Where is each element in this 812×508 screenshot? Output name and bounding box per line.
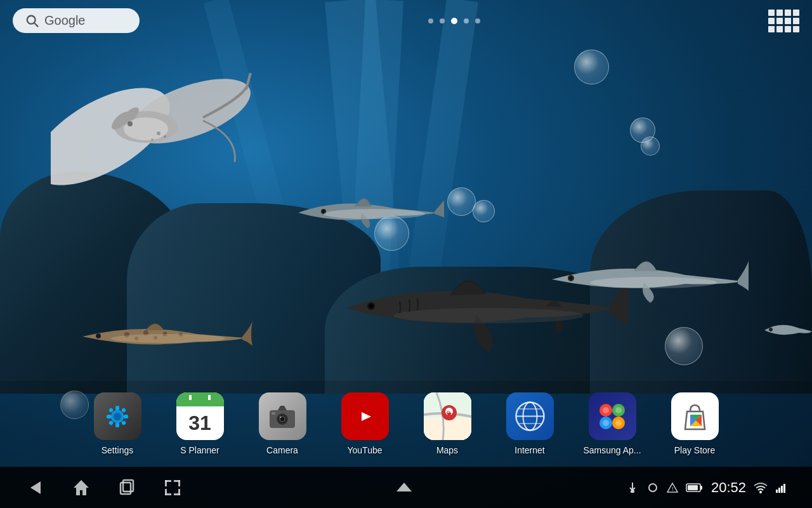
shark-gray bbox=[292, 184, 444, 241]
screenshot-icon bbox=[162, 478, 183, 498]
screenshot-button[interactable] bbox=[162, 478, 183, 498]
app-label-splanner: S Planner bbox=[180, 445, 219, 455]
svg-rect-100 bbox=[783, 484, 785, 493]
svg-point-70 bbox=[615, 407, 622, 413]
svg-point-14 bbox=[369, 304, 373, 308]
back-icon bbox=[25, 478, 46, 498]
svg-point-11 bbox=[322, 210, 325, 213]
app-label-camera: Camera bbox=[266, 445, 298, 455]
app-icon-camera[interactable]: Camera bbox=[247, 392, 317, 455]
page-dot-5[interactable] bbox=[475, 18, 480, 23]
top-bar: Google bbox=[0, 0, 812, 41]
settings-icon-wrapper bbox=[94, 392, 141, 440]
shark-right bbox=[546, 244, 749, 314]
app-icon-maps[interactable]: G Maps bbox=[412, 392, 482, 455]
page-dot-1[interactable] bbox=[428, 18, 433, 23]
grid-dot bbox=[785, 10, 791, 16]
playstore-icon-wrapper bbox=[671, 392, 719, 440]
svg-rect-84 bbox=[178, 480, 180, 486]
svg-point-8 bbox=[164, 135, 166, 138]
up-icon bbox=[394, 478, 414, 498]
nav-center bbox=[394, 478, 414, 498]
svg-marker-77 bbox=[30, 481, 41, 494]
svg-rect-33 bbox=[115, 406, 119, 410]
svg-point-28 bbox=[769, 328, 773, 331]
settings-icon bbox=[102, 401, 133, 432]
app-icon-playstore[interactable]: Play Store bbox=[660, 392, 730, 455]
page-dots bbox=[428, 18, 480, 24]
back-button[interactable] bbox=[25, 478, 46, 498]
app-label-samsung: Samsung Ap... bbox=[583, 445, 641, 455]
splanner-header bbox=[176, 392, 224, 406]
recents-icon bbox=[117, 478, 137, 498]
svg-text:!: ! bbox=[672, 486, 674, 492]
page-dot-4[interactable] bbox=[464, 18, 469, 23]
splanner-day: 31 bbox=[176, 406, 224, 440]
svg-point-29 bbox=[27, 15, 36, 23]
all-apps-button[interactable] bbox=[768, 10, 799, 32]
svg-rect-90 bbox=[631, 490, 634, 493]
app-label-internet: Internet bbox=[514, 445, 544, 455]
app-icon-splanner[interactable]: 31 S Planner bbox=[165, 392, 235, 455]
svg-point-27 bbox=[111, 334, 225, 343]
svg-rect-97 bbox=[776, 490, 778, 493]
svg-rect-36 bbox=[124, 415, 128, 418]
app-icon-youtube[interactable]: YouTube bbox=[330, 392, 400, 455]
svg-point-96 bbox=[759, 491, 762, 493]
grid-dot bbox=[785, 26, 791, 32]
maps-icon: G bbox=[424, 392, 471, 440]
svg-point-72 bbox=[615, 420, 622, 426]
shark-leopard bbox=[76, 311, 254, 362]
svg-point-9 bbox=[151, 138, 154, 141]
bubble bbox=[447, 187, 476, 216]
manta-ray bbox=[51, 35, 254, 213]
search-icon bbox=[25, 14, 39, 28]
bubble bbox=[665, 327, 703, 365]
svg-point-42 bbox=[115, 414, 120, 419]
app-icon-samsung[interactable]: Samsung Ap... bbox=[577, 392, 647, 455]
app-label-maps: Maps bbox=[436, 445, 458, 455]
svg-rect-99 bbox=[781, 486, 783, 493]
bubble bbox=[473, 200, 495, 222]
svg-rect-44 bbox=[208, 395, 211, 400]
svg-rect-43 bbox=[189, 395, 192, 400]
svg-rect-82 bbox=[165, 480, 167, 486]
svg-line-30 bbox=[34, 23, 38, 27]
search-bar[interactable]: Google bbox=[13, 8, 140, 33]
grid-dot bbox=[768, 18, 775, 24]
camera-icon-wrapper bbox=[259, 392, 306, 440]
svg-point-18 bbox=[590, 277, 717, 288]
up-button[interactable] bbox=[394, 478, 414, 498]
svg-rect-79 bbox=[121, 483, 131, 494]
svg-marker-89 bbox=[396, 483, 412, 491]
grid-dot bbox=[768, 10, 775, 16]
grid-dot bbox=[776, 10, 783, 16]
internet-icon bbox=[513, 399, 547, 434]
grid-dot bbox=[793, 18, 799, 24]
svg-rect-94 bbox=[700, 486, 702, 490]
battery-icon bbox=[686, 482, 704, 493]
grid-dot bbox=[768, 26, 775, 32]
grid-dot bbox=[785, 18, 791, 24]
page-dot-2[interactable] bbox=[440, 18, 445, 23]
warning-icon: ! bbox=[667, 482, 678, 493]
youtube-icon bbox=[349, 401, 381, 432]
app-label-settings: Settings bbox=[102, 445, 134, 455]
svg-point-69 bbox=[603, 407, 609, 413]
app-icon-internet[interactable]: Internet bbox=[495, 392, 565, 455]
svg-point-50 bbox=[280, 416, 282, 418]
svg-point-6 bbox=[124, 117, 168, 140]
page-dot-3[interactable] bbox=[451, 18, 457, 24]
grid-dot bbox=[776, 26, 783, 32]
sync-icon bbox=[646, 481, 659, 494]
home-button[interactable] bbox=[71, 478, 91, 498]
app-icon-settings[interactable]: Settings bbox=[82, 392, 152, 455]
shark-far-right bbox=[761, 311, 812, 349]
recents-button[interactable] bbox=[117, 478, 137, 498]
svg-point-17 bbox=[570, 277, 573, 280]
svg-rect-88 bbox=[178, 489, 180, 495]
svg-point-12 bbox=[324, 209, 425, 219]
samsung-icon bbox=[593, 398, 631, 436]
svg-point-71 bbox=[603, 420, 609, 426]
app-label-playstore: Play Store bbox=[674, 445, 716, 455]
